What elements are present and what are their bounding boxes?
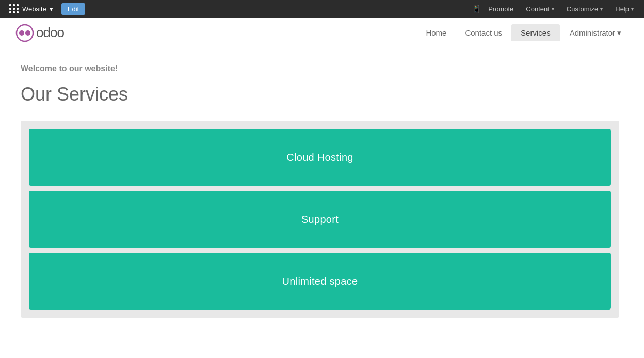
service-card-0[interactable]: Cloud Hosting xyxy=(29,129,611,186)
svg-point-0 xyxy=(17,25,33,41)
admin-bar-right: 📱 Promote Content ▾ Customize ▾ Help ▾ xyxy=(472,3,639,15)
help-label: Help xyxy=(615,5,629,13)
customize-menu[interactable]: Customize ▾ xyxy=(561,3,608,15)
administrator-chevron-icon: ▾ xyxy=(617,28,621,38)
nav-contact[interactable]: Contact us xyxy=(456,24,511,41)
main-content: Welcome to our website! Our Services Clo… xyxy=(0,48,644,358)
customize-label: Customize xyxy=(567,5,598,13)
admin-bar: Website ▾ Edit 📱 Promote Content ▾ Custo… xyxy=(0,0,644,18)
svg-point-2 xyxy=(25,30,30,36)
service-card-2[interactable]: Unlimited space xyxy=(29,253,611,310)
welcome-text: Welcome to our website! xyxy=(21,64,623,73)
edit-button[interactable]: Edit xyxy=(61,3,85,15)
services-container: Cloud HostingSupportUnlimited space xyxy=(21,121,619,318)
promote-menu[interactable]: Promote xyxy=(483,3,519,15)
content-chevron-icon: ▾ xyxy=(552,6,554,12)
customize-chevron-icon: ▾ xyxy=(600,6,603,12)
svg-point-1 xyxy=(19,30,24,36)
page-title: Our Services xyxy=(21,84,623,105)
service-card-label-2: Unlimited space xyxy=(282,275,358,287)
website-chevron-icon: ▾ xyxy=(50,5,53,13)
website-label: Website xyxy=(22,5,46,13)
content-menu[interactable]: Content ▾ xyxy=(521,3,559,15)
help-menu[interactable]: Help ▾ xyxy=(610,3,639,15)
website-button[interactable]: Website ▾ xyxy=(5,2,57,16)
odoo-logo-icon xyxy=(15,24,34,42)
site-header: odoo Home Contact us Services Administra… xyxy=(0,18,644,48)
administrator-label: Administrator xyxy=(570,28,615,37)
promote-label: Promote xyxy=(488,5,513,13)
logo[interactable]: odoo xyxy=(15,24,64,42)
help-chevron-icon: ▾ xyxy=(631,6,634,12)
nav-administrator[interactable]: Administrator ▾ xyxy=(562,24,629,42)
nav-home[interactable]: Home xyxy=(416,24,456,41)
grid-icon xyxy=(9,4,19,14)
logo-text: odoo xyxy=(36,25,64,41)
nav-divider xyxy=(561,25,561,41)
service-card-label-1: Support xyxy=(301,214,339,225)
content-label: Content xyxy=(526,5,550,13)
service-card-label-0: Cloud Hosting xyxy=(286,152,353,164)
service-card-1[interactable]: Support xyxy=(29,191,611,248)
nav-services[interactable]: Services xyxy=(511,24,560,41)
site-nav: Home Contact us Services Administrator ▾ xyxy=(416,24,629,42)
mobile-icon: 📱 xyxy=(472,5,481,13)
